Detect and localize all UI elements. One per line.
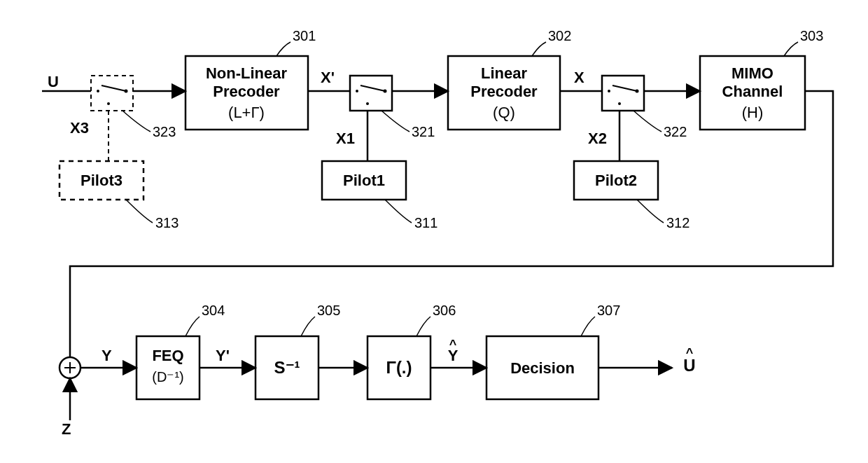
signal-Yhat: ^ Y <box>448 338 458 364</box>
svg-line-19 <box>360 85 385 91</box>
svg-rect-29 <box>602 76 644 111</box>
signal-Xprime: X' <box>321 69 335 86</box>
signal-X3: X3 <box>70 119 89 137</box>
svg-text:(L+Γ): (L+Γ) <box>228 104 265 121</box>
linear-precoder-block: Linear Precoder (Q) <box>448 56 560 130</box>
svg-text:Pilot3: Pilot3 <box>80 172 122 189</box>
svg-text:(Q): (Q) <box>493 104 515 121</box>
svg-text:U: U <box>683 356 695 375</box>
signal-X: X <box>574 69 584 86</box>
svg-rect-1 <box>91 76 133 111</box>
pilot3-block: Pilot3 <box>59 161 144 200</box>
svg-point-2 <box>97 90 99 92</box>
signal-U: U <box>48 73 59 90</box>
signal-X1: X1 <box>336 130 355 147</box>
svg-text:Linear: Linear <box>481 64 527 82</box>
svg-text:Decision: Decision <box>510 359 575 377</box>
pilot1-block: Pilot1 <box>322 161 406 200</box>
signal-X2: X2 <box>588 130 607 147</box>
ref-313: 313 <box>155 215 178 230</box>
svg-text:Pilot2: Pilot2 <box>595 172 637 189</box>
pilot2-block: Pilot2 <box>574 161 658 200</box>
svg-text:MIMO: MIMO <box>732 64 774 82</box>
switch-2 <box>602 76 644 111</box>
svg-text:Non-Linear: Non-Linear <box>206 64 288 82</box>
svg-text:(H): (H) <box>742 104 764 121</box>
sinv-block: S⁻¹ <box>255 336 318 399</box>
signal-Uhat: ^ U <box>683 346 695 375</box>
svg-text:S⁻¹: S⁻¹ <box>274 358 300 377</box>
svg-text:FEQ: FEQ <box>152 347 183 364</box>
signal-Yprime: Y' <box>216 347 230 364</box>
svg-text:Γ(.): Γ(.) <box>386 358 412 377</box>
mimo-channel-block: MIMO Channel (H) <box>700 56 805 130</box>
ref-307: 307 <box>597 303 620 318</box>
ref-321: 321 <box>412 124 435 139</box>
svg-rect-15 <box>350 76 392 111</box>
ref-311: 311 <box>414 215 438 230</box>
signal-Z: Z <box>62 420 71 438</box>
svg-point-16 <box>356 90 358 92</box>
ref-322: 322 <box>664 124 687 139</box>
svg-point-30 <box>608 90 610 92</box>
svg-text:Precoder: Precoder <box>470 83 538 100</box>
feq-block: FEQ (D⁻¹) <box>136 336 200 399</box>
svg-line-5 <box>102 85 126 91</box>
svg-text:Y: Y <box>448 347 458 364</box>
svg-text:Pilot1: Pilot1 <box>343 172 385 189</box>
svg-text:Precoder: Precoder <box>213 83 280 100</box>
gamma-block: Γ(.) <box>368 336 430 399</box>
ref-305: 305 <box>317 303 340 318</box>
decision-block: Decision <box>486 336 598 399</box>
svg-line-33 <box>612 85 637 91</box>
svg-rect-47 <box>136 336 200 399</box>
nonlinear-precoder-block: Non-Linear Precoder (L+Γ) <box>186 56 308 130</box>
svg-text:Channel: Channel <box>722 83 783 100</box>
ref-303: 303 <box>800 28 823 43</box>
svg-point-32 <box>618 102 621 105</box>
svg-text:(D⁻¹): (D⁻¹) <box>152 369 183 385</box>
ref-312: 312 <box>666 215 690 230</box>
ref-304: 304 <box>202 303 225 318</box>
ref-306: 306 <box>433 303 456 318</box>
switch-1 <box>350 76 392 111</box>
ref-323: 323 <box>153 124 176 139</box>
svg-point-4 <box>107 102 110 105</box>
signal-Y: Y <box>102 347 112 364</box>
ref-302: 302 <box>548 28 571 43</box>
adder-node <box>59 357 80 378</box>
switch-3 <box>91 76 133 111</box>
ref-301: 301 <box>293 28 316 43</box>
svg-point-18 <box>366 102 369 105</box>
